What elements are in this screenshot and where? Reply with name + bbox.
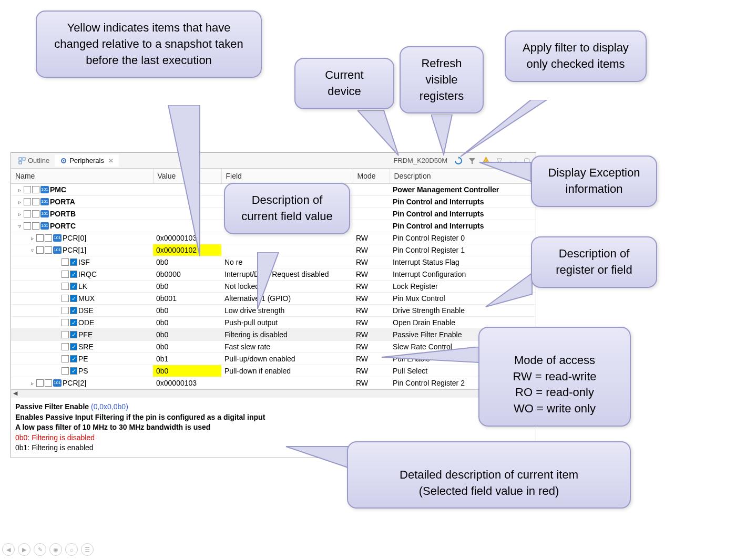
expand-arrow[interactable]: ▹ xyxy=(16,199,23,205)
tab-peripherals[interactable]: Peripherals ✕ xyxy=(55,154,119,167)
row-checkbox[interactable] xyxy=(62,271,69,278)
table-row[interactable]: MUX0b001Alternative 1 (GPIO)RWPin Mux Co… xyxy=(11,293,536,305)
row-checkbox-2[interactable] xyxy=(32,210,39,217)
row-checkbox[interactable] xyxy=(62,355,69,362)
row-checkbox[interactable] xyxy=(24,198,31,205)
row-checkbox-2[interactable] xyxy=(70,331,77,338)
row-checkbox-2[interactable] xyxy=(45,246,52,254)
tab-outline[interactable]: Outline xyxy=(13,154,55,167)
row-value[interactable]: 0b001 xyxy=(153,293,221,305)
player-rec[interactable]: ◉ xyxy=(49,543,62,556)
table-row[interactable]: DSE0b0Low drive strengthRWDrive Strength… xyxy=(11,305,536,317)
row-value[interactable]: 0b0 xyxy=(153,256,221,268)
row-value[interactable] xyxy=(153,184,221,196)
row-checkbox[interactable] xyxy=(36,379,44,387)
expand-arrow[interactable]: ▹ xyxy=(16,187,23,193)
row-value[interactable]: 0b0 xyxy=(153,365,221,377)
expand-arrow[interactable]: ▹ xyxy=(16,211,23,217)
row-checkbox[interactable] xyxy=(62,319,69,326)
col-value[interactable]: Value xyxy=(153,169,221,184)
row-mode: RW xyxy=(353,329,390,341)
table-row[interactable]: IRQC0b0000Interrupt/DMA Request disabled… xyxy=(11,268,536,281)
row-value[interactable] xyxy=(153,220,221,232)
row-checkbox-2[interactable] xyxy=(32,198,39,205)
expand-arrow[interactable]: ▿ xyxy=(29,247,35,253)
row-checkbox-2[interactable] xyxy=(70,319,77,326)
row-checkbox-2[interactable] xyxy=(70,307,77,314)
player-edit[interactable]: ✎ xyxy=(34,543,46,556)
expand-arrow[interactable]: ▹ xyxy=(29,380,35,386)
view-menu-icon[interactable]: ▽ xyxy=(495,156,504,165)
expand-arrow[interactable]: ▹ xyxy=(29,235,35,241)
row-checkbox-2[interactable] xyxy=(70,258,77,266)
table-row[interactable]: PE0b1Pull-up/down enabledRWPull Enable xyxy=(11,353,536,365)
refresh-icon[interactable] xyxy=(454,156,463,165)
row-checkbox-2[interactable] xyxy=(70,271,77,278)
row-checkbox[interactable] xyxy=(24,222,31,230)
svg-rect-9 xyxy=(19,158,22,160)
close-icon[interactable]: ✕ xyxy=(108,157,114,164)
row-checkbox[interactable] xyxy=(36,246,44,254)
col-field[interactable]: Field xyxy=(221,169,353,184)
table-row[interactable]: PS0b0Pull-down if enabledRWPull Select xyxy=(11,365,536,377)
table-row[interactable]: PFE0b0Filtering is disabledRWPassive Fil… xyxy=(11,329,536,341)
row-value[interactable]: 0b0 xyxy=(153,341,221,353)
row-value[interactable]: 0b0 xyxy=(153,305,221,317)
callout-text: Apply filter to display only checked ite… xyxy=(523,41,629,70)
row-checkbox[interactable] xyxy=(62,367,69,375)
row-description: Pin Control and Interrupts xyxy=(390,220,536,232)
row-value[interactable] xyxy=(153,196,221,208)
row-checkbox-2[interactable] xyxy=(70,283,77,290)
row-checkbox-2[interactable] xyxy=(70,355,77,362)
table-row[interactable]: SRE0b0Fast slew rateRWSlew Rate Control xyxy=(11,341,536,353)
row-field xyxy=(221,377,353,389)
row-checkbox-2[interactable] xyxy=(70,367,77,375)
player-zoom[interactable]: ⌕ xyxy=(65,543,78,556)
player-play[interactable]: ▶ xyxy=(18,543,30,556)
col-description[interactable]: Description xyxy=(390,169,536,184)
table-row[interactable]: ISF0b0No reRWInterrupt Status Flag xyxy=(11,256,536,268)
table-row[interactable]: ▿101PCR[1]0x00000102RWPin Control Regist… xyxy=(11,244,536,256)
svg-rect-11 xyxy=(19,161,22,164)
callout-text: Display Exception information xyxy=(548,166,640,195)
row-checkbox-2[interactable] xyxy=(45,379,52,387)
row-checkbox[interactable] xyxy=(36,234,44,242)
row-checkbox-2[interactable] xyxy=(32,222,39,230)
col-name[interactable]: Name xyxy=(11,169,153,184)
row-value[interactable]: 0x00000102 xyxy=(153,244,221,256)
table-row[interactable]: ODE0b0Push-pull outputRWOpen Drain Enabl… xyxy=(11,317,536,329)
row-checkbox[interactable] xyxy=(62,258,69,266)
horizontal-scrollbar[interactable]: ◀ xyxy=(11,389,536,398)
row-mode: RW xyxy=(353,341,390,353)
minimize-icon[interactable]: — xyxy=(508,156,518,165)
row-checkbox-2[interactable] xyxy=(70,343,77,350)
row-checkbox[interactable] xyxy=(62,283,69,290)
row-value[interactable]: 0b0000 xyxy=(153,268,221,281)
row-checkbox[interactable] xyxy=(62,307,69,314)
table-row[interactable]: ▹101PCR[2]0x00000103RWPin Control Regist… xyxy=(11,377,536,389)
row-value[interactable]: 0b1 xyxy=(153,353,221,365)
row-value[interactable]: 0x00000103 xyxy=(153,377,221,389)
expand-arrow[interactable]: ▿ xyxy=(16,223,23,229)
warning-icon[interactable]: ! xyxy=(481,156,490,165)
row-checkbox-2[interactable] xyxy=(45,234,52,242)
col-mode[interactable]: Mode xyxy=(353,169,390,184)
player-prev[interactable]: ◀ xyxy=(2,543,15,556)
row-field: Interrupt/DMA Request disabled xyxy=(221,268,353,281)
row-checkbox[interactable] xyxy=(24,210,31,217)
row-value[interactable]: 0b0 xyxy=(153,317,221,329)
row-value[interactable]: 0b0 xyxy=(153,281,221,293)
row-checkbox[interactable] xyxy=(24,186,31,193)
table-row[interactable]: LK0b0Not lockedRWLock Register xyxy=(11,281,536,293)
row-checkbox-2[interactable] xyxy=(70,295,77,302)
row-checkbox[interactable] xyxy=(62,343,69,350)
player-menu[interactable]: ☰ xyxy=(81,543,94,556)
row-checkbox[interactable] xyxy=(62,331,69,338)
row-value[interactable]: 0b0 xyxy=(153,329,221,341)
row-value[interactable]: 0x00000103 xyxy=(153,232,221,244)
row-checkbox[interactable] xyxy=(62,295,69,302)
row-checkbox-2[interactable] xyxy=(32,186,39,193)
row-value[interactable] xyxy=(153,208,221,220)
maximize-icon[interactable]: ▢ xyxy=(522,156,532,165)
filter-icon[interactable] xyxy=(467,156,477,165)
